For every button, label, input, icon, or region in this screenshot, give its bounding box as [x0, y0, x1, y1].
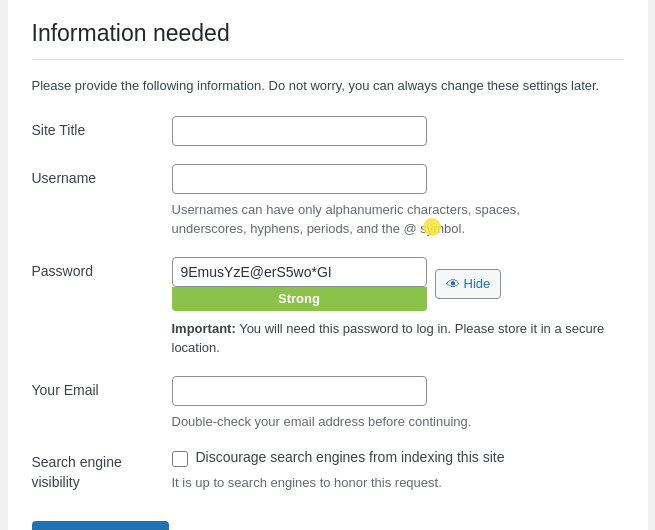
password-wrapper: 9EmusYzE@erS5wo*GI Strong: [172, 257, 427, 311]
important-label: Important:: [172, 321, 236, 336]
search-visibility-label: Search engine visibility: [32, 449, 172, 492]
password-input[interactable]: 9EmusYzE@erS5wo*GI: [172, 257, 427, 287]
password-strength-text: Strong: [278, 291, 320, 306]
search-visibility-control: Discourage search engines from indexing …: [172, 449, 624, 493]
hide-password-button[interactable]: 👁 Hide: [435, 269, 502, 299]
eye-icon: 👁: [446, 276, 460, 292]
email-input[interactable]: [172, 376, 427, 406]
password-row: Password 9EmusYzE@erS5wo*GI Strong 👁 Hid…: [32, 257, 624, 358]
search-visibility-checkbox[interactable]: [172, 451, 188, 467]
site-title-label: Site Title: [32, 116, 172, 138]
hide-button-label: Hide: [464, 276, 491, 291]
site-title-control: [172, 116, 624, 146]
password-important-note: Important: You will need this password t…: [172, 319, 624, 358]
search-visibility-checkbox-row: Discourage search engines from indexing …: [172, 449, 624, 467]
password-control: 9EmusYzE@erS5wo*GI Strong 👁 Hide Importa…: [172, 257, 624, 358]
divider: [32, 59, 624, 60]
page-title: Information needed: [32, 20, 624, 47]
email-hint: Double-check your email address before c…: [172, 412, 592, 432]
search-visibility-hint: It is up to search engines to honor this…: [172, 473, 592, 493]
email-row: Your Email Double-check your email addre…: [32, 376, 624, 432]
page-description: Please provide the following information…: [32, 76, 624, 96]
username-label: Username: [32, 164, 172, 186]
username-hint: Usernames can have only alphanumeric cha…: [172, 200, 592, 239]
search-visibility-checkbox-label: Discourage search engines from indexing …: [196, 449, 505, 465]
password-strength-bar: Strong: [172, 287, 427, 311]
site-title-row: Site Title: [32, 116, 624, 146]
form: Site Title Username Usernames can have o…: [32, 116, 624, 493]
search-visibility-row: Search engine visibility Discourage sear…: [32, 449, 624, 493]
install-wordpress-button[interactable]: Install WordPress: [32, 521, 170, 531]
important-note-text: You will need this password to log in. P…: [172, 321, 605, 356]
username-input[interactable]: [172, 164, 427, 194]
password-label: Password: [32, 257, 172, 279]
email-label: Your Email: [32, 376, 172, 398]
username-row: Username Usernames can have only alphanu…: [32, 164, 624, 239]
username-control: Usernames can have only alphanumeric cha…: [172, 164, 624, 239]
password-input-row: 9EmusYzE@erS5wo*GI Strong 👁 Hide: [172, 257, 624, 311]
email-control: Double-check your email address before c…: [172, 376, 624, 432]
site-title-input[interactable]: [172, 116, 427, 146]
